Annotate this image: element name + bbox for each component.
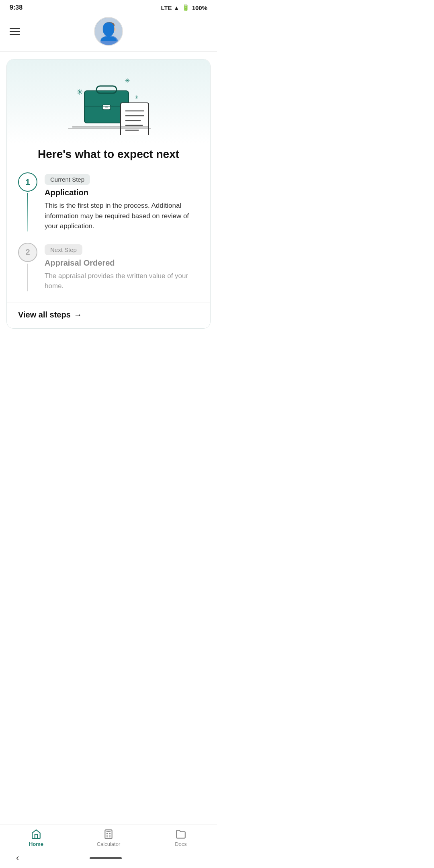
step-item-1: 1 Current Step Application This is the f…	[18, 172, 199, 231]
header	[0, 14, 217, 52]
avatar[interactable]	[94, 17, 123, 46]
main-title: Here's what to expect next	[18, 147, 199, 161]
svg-point-4	[103, 28, 105, 31]
svg-text:✳: ✳	[135, 94, 139, 100]
step-item-2: 2 Next Step Appraisal Ordered The apprai…	[18, 243, 199, 291]
hamburger-line-1	[10, 28, 20, 29]
view-all-label: View all steps	[18, 310, 71, 319]
battery-icon: 🔋	[182, 4, 190, 11]
illustration-area: ✳ ✳ ✳	[7, 59, 210, 143]
view-all-arrow: →	[74, 310, 82, 319]
step-left-2: 2	[18, 243, 37, 291]
hamburger-line-3	[10, 34, 20, 35]
svg-point-5	[113, 28, 116, 31]
main-card: ✳ ✳ ✳	[6, 59, 211, 329]
avatar-svg	[95, 18, 123, 46]
svg-point-2	[100, 35, 118, 46]
step-desc-2: The appraisal provides the written value…	[45, 271, 199, 291]
status-time: 9:38	[10, 4, 23, 11]
step-title-2: Appraisal Ordered	[45, 258, 199, 268]
svg-point-1	[104, 23, 115, 35]
avatar-image	[95, 18, 122, 45]
status-right-icons: LTE ▲ 🔋 100%	[161, 4, 207, 11]
card-content: Here's what to expect next 1 Current Ste…	[7, 143, 210, 291]
step-right-2: Next Step Appraisal Ordered The appraisa…	[45, 243, 199, 291]
svg-text:✳: ✳	[125, 77, 130, 84]
step-line-2	[27, 264, 29, 291]
view-all-link[interactable]: View all steps →	[18, 310, 199, 319]
svg-text:✳: ✳	[76, 88, 83, 96]
step-right-1: Current Step Application This is the fir…	[45, 172, 199, 231]
briefcase-illustration: ✳ ✳ ✳	[60, 71, 157, 135]
step-title-1: Application	[45, 188, 199, 197]
svg-point-6	[106, 28, 108, 30]
signal-icon: LTE ▲	[161, 4, 179, 11]
step-left-1: 1	[18, 172, 37, 231]
step-circle-2: 2	[18, 243, 37, 262]
step-badge-1: Current Step	[45, 174, 90, 185]
svg-point-7	[111, 28, 113, 30]
step-circle-1: 1	[18, 172, 37, 192]
hamburger-line-2	[10, 31, 20, 32]
svg-point-3	[104, 22, 115, 29]
battery-percent: 100%	[192, 4, 207, 11]
step-badge-2: Next Step	[45, 244, 82, 255]
step-line-1	[27, 193, 29, 231]
view-all-section[interactable]: View all steps →	[7, 303, 210, 328]
status-bar: 9:38 LTE ▲ 🔋 100%	[0, 0, 217, 14]
svg-rect-14	[105, 106, 108, 108]
step-desc-1: This is the first step in the process. A…	[45, 201, 199, 231]
hamburger-menu[interactable]	[10, 28, 20, 35]
steps-container: 1 Current Step Application This is the f…	[18, 172, 199, 291]
